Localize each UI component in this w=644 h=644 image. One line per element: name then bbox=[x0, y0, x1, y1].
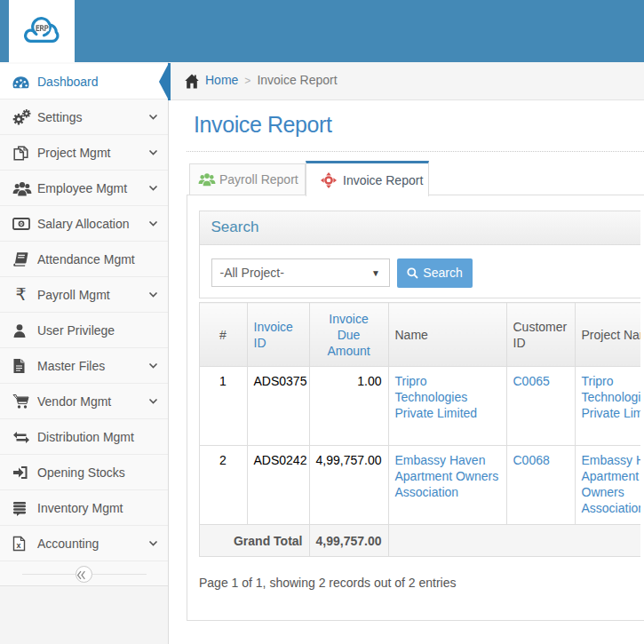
svg-text:x: x bbox=[16, 541, 20, 550]
